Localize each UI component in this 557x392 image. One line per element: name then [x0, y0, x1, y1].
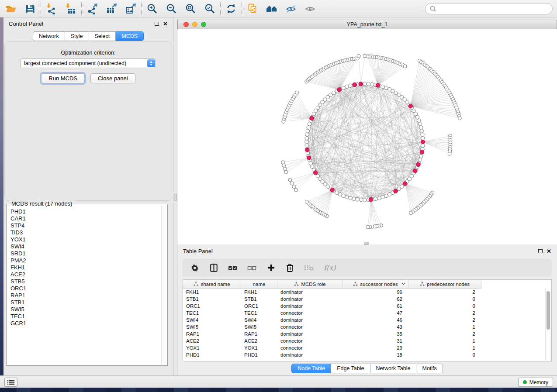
ring-node[interactable]: [359, 198, 363, 202]
leaf-node[interactable]: [282, 164, 286, 167]
panel-splitter[interactable]: [173, 17, 177, 375]
tab-motifs[interactable]: Motifs: [416, 364, 443, 373]
export-network-button[interactable]: [86, 2, 99, 15]
column-header-shared-name[interactable]: shared name: [183, 280, 241, 289]
table-row[interactable]: ORC1ORC1dominator610: [183, 303, 551, 309]
leaf-node[interactable]: [295, 91, 299, 94]
mcds-hub-node[interactable]: [403, 182, 407, 186]
copy-style-button[interactable]: [246, 2, 259, 15]
tab-edge-table[interactable]: Edge Table: [331, 364, 370, 373]
mcds-hub-node[interactable]: [314, 171, 318, 175]
mcds-node-item[interactable]: GCR1: [10, 320, 167, 327]
apply-layout-button[interactable]: [225, 2, 238, 15]
table-row[interactable]: ACE2ACE2connector311: [183, 337, 551, 344]
ring-node[interactable]: [417, 119, 420, 122]
zoom-out-button[interactable]: [165, 2, 178, 15]
ring-node[interactable]: [418, 122, 422, 126]
column-header-name[interactable]: name: [241, 280, 277, 289]
mcds-node-item[interactable]: STP4: [10, 222, 167, 229]
leaf-node[interactable]: [409, 211, 413, 215]
ring-node[interactable]: [419, 155, 423, 158]
mcds-node-item[interactable]: ORC1: [10, 285, 167, 292]
mcds-node-item[interactable]: SWI5: [10, 306, 167, 313]
ring-node[interactable]: [345, 85, 349, 88]
zoom-in-button[interactable]: [145, 2, 159, 15]
panel-splitter-thumb[interactable]: [174, 194, 177, 201]
leaf-node[interactable]: [458, 117, 461, 120]
mcds-hub-node[interactable]: [359, 82, 363, 86]
tab-node-table[interactable]: Node Table: [291, 364, 331, 373]
mcds-hub-node[interactable]: [310, 116, 314, 120]
ring-node[interactable]: [421, 136, 425, 140]
table-scrollbar[interactable]: [545, 289, 551, 361]
ring-node[interactable]: [384, 194, 388, 197]
mcds-hub-node[interactable]: [353, 83, 356, 86]
ring-node[interactable]: [420, 129, 423, 133]
table-row[interactable]: YOX1YOX1connector291: [183, 344, 551, 351]
open-file-button[interactable]: [4, 2, 17, 15]
ring-node[interactable]: [306, 129, 309, 133]
mcds-node-item[interactable]: STB5: [10, 278, 167, 285]
ring-node[interactable]: [307, 126, 310, 129]
leaf-node[interactable]: [288, 178, 292, 182]
ring-node[interactable]: [305, 144, 308, 147]
mcds-node-item[interactable]: PMA2: [10, 257, 167, 264]
column-header-successor-nodes[interactable]: successor nodes: [343, 280, 408, 289]
function-builder-button[interactable]: f(x): [324, 263, 336, 273]
mcds-hub-node[interactable]: [376, 83, 380, 87]
ring-node[interactable]: [349, 196, 352, 200]
ring-node[interactable]: [308, 122, 311, 126]
network-canvas[interactable]: [177, 29, 557, 244]
leaf-node[interactable]: [366, 225, 370, 229]
ring-node[interactable]: [363, 198, 367, 202]
leaf-node[interactable]: [403, 65, 407, 68]
leaf-node[interactable]: [284, 170, 288, 174]
column-header-predecessor-nodes[interactable]: predecessor nodes: [408, 280, 481, 289]
zoom-fit-button[interactable]: [184, 2, 197, 15]
ring-node[interactable]: [345, 195, 349, 199]
mcds-hub-node[interactable]: [413, 169, 417, 173]
close-panel-button[interactable]: Close panel: [90, 73, 135, 83]
criterion-dropdown[interactable]: largest connected component (undirected): [20, 58, 156, 68]
mcds-list-scrollbar[interactable]: [161, 205, 167, 365]
ring-node[interactable]: [367, 82, 370, 86]
table-row[interactable]: TEC1TEC1connector472: [183, 309, 551, 316]
ring-node[interactable]: [384, 86, 388, 89]
ring-node[interactable]: [421, 133, 424, 136]
ring-node[interactable]: [342, 194, 345, 197]
delete-table-button[interactable]: [304, 263, 314, 273]
import-network-button[interactable]: [45, 2, 58, 15]
ring-node[interactable]: [310, 165, 314, 168]
ring-node[interactable]: [305, 136, 308, 140]
table-options-button[interactable]: [190, 263, 199, 273]
ring-node[interactable]: [374, 197, 377, 200]
mcds-hub-node[interactable]: [305, 148, 309, 152]
mcds-node-item[interactable]: TEC1: [10, 313, 167, 320]
mcds-hub-node[interactable]: [420, 150, 424, 154]
ring-node[interactable]: [352, 197, 356, 200]
ring-node[interactable]: [415, 115, 419, 119]
network-scrollbar-thumb[interactable]: [364, 242, 369, 245]
export-image-button[interactable]: [124, 2, 137, 15]
ring-node[interactable]: [342, 86, 345, 89]
leaf-node[interactable]: [290, 182, 294, 185]
table-row[interactable]: SWI4SWI4dominator462: [183, 316, 551, 323]
float-panel-icon[interactable]: [155, 22, 159, 26]
mcds-hub-node[interactable]: [307, 156, 311, 160]
window-zoom-button[interactable]: [201, 22, 206, 27]
tab-mcds[interactable]: MCDS: [116, 31, 144, 41]
tab-style[interactable]: Style: [65, 31, 89, 41]
network-window-titlebar[interactable]: YPA_prune.txt_1: [177, 20, 557, 29]
ring-node[interactable]: [349, 84, 352, 87]
export-table-button[interactable]: [105, 2, 118, 15]
show-column-button[interactable]: [209, 263, 218, 273]
delete-column-button[interactable]: [285, 263, 294, 273]
create-column-button[interactable]: [266, 263, 275, 273]
tab-select[interactable]: Select: [89, 31, 116, 41]
window-minimize-button[interactable]: [192, 22, 197, 27]
ring-node[interactable]: [387, 193, 391, 196]
mcds-node-item[interactable]: CAR1: [10, 215, 167, 222]
mcds-hub-node[interactable]: [330, 188, 334, 192]
network-overview-button[interactable]: [265, 2, 278, 15]
table-row[interactable]: RAP1RAP1dominator352: [183, 330, 551, 337]
